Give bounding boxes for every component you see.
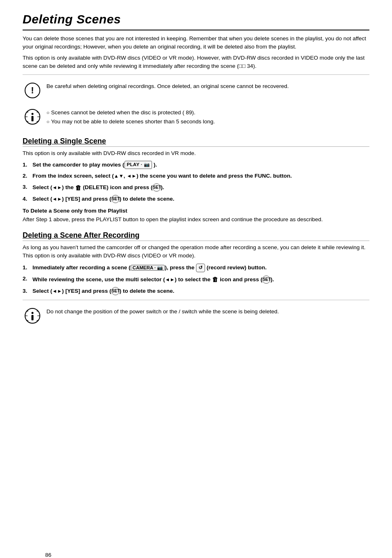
final-info-text: Do not change the position of the power … <box>46 308 279 317</box>
step-2: 2. From the index screen, select (▲▼, ◄►… <box>23 172 369 181</box>
intro-para1: You can delete those scenes that you are… <box>23 35 369 51</box>
svg-rect-13 <box>32 315 34 320</box>
caution-notice: ! Be careful when deleting original reco… <box>23 80 369 101</box>
step-1: 1. Set the camcorder to play movies (PLA… <box>23 161 369 169</box>
section-single-intro: This option is only available with DVD-R… <box>23 149 369 157</box>
svg-point-3 <box>32 113 34 115</box>
caution-icon: ! <box>24 82 41 99</box>
page-number: 86 <box>45 552 51 558</box>
svg-rect-4 <box>32 116 34 121</box>
final-info-icon-wrap <box>23 308 42 324</box>
single-scene-steps: 1. Set the camcorder to play movies (PLA… <box>23 161 369 204</box>
play-badge: PLAY · 📷 <box>125 161 152 169</box>
final-info-icon <box>24 308 41 324</box>
sub-section-title: To Delete a Scene only from the Playlist <box>23 208 369 214</box>
delete-icon: 🗑 <box>75 183 81 192</box>
set-btn-inline2: SET <box>111 195 120 203</box>
info-notice: ○Scenes cannot be deleted when the disc … <box>23 106 369 130</box>
camera-badge: CAMERA · 📷 <box>131 265 165 271</box>
svg-point-12 <box>32 312 34 314</box>
record-review-btn: ↺ <box>196 264 205 273</box>
caution-icon-wrap: ! <box>23 82 42 99</box>
section-after-title: Deleting a Scene After Recording <box>23 231 369 241</box>
svg-text:!: ! <box>31 85 34 95</box>
step-3: 3. Select (◄►) the 🗑 (DELETE) icon and p… <box>23 183 369 192</box>
section-after-intro: As long as you haven't turned the camcor… <box>23 243 369 260</box>
step-after-1: 1. Immediately after recording a scene (… <box>23 264 369 273</box>
after-recording-steps: 1. Immediately after recording a scene (… <box>23 264 369 296</box>
info-icon <box>24 109 41 125</box>
info-icon-wrap <box>23 109 42 125</box>
step-4: 4. Select (◄►) [YES] and press (SET) to … <box>23 195 369 204</box>
intro-para2: This option is only available with DVD-R… <box>23 54 369 71</box>
sub-section-text: After Step 1 above, press the PLAYLIST b… <box>23 215 369 224</box>
set-btn-inline4: SET <box>111 287 120 295</box>
final-info-notice: Do not change the position of the power … <box>23 305 369 326</box>
delete-icon2: 🗑 <box>212 275 218 284</box>
set-btn-inline: SET <box>152 183 161 192</box>
caution-text: Be careful when deleting original record… <box>46 82 289 91</box>
step-after-2: 2. While reviewing the scene, use the mu… <box>23 275 369 284</box>
page-title: Deleting Scenes <box>23 12 369 26</box>
separator2 <box>23 300 369 300</box>
separator1 <box>23 74 369 75</box>
info-notice-text: ○Scenes cannot be deleted when the disc … <box>46 109 215 127</box>
set-btn-inline3: SET <box>262 276 270 284</box>
section-single-title: Deleting a Single Scene <box>23 137 369 147</box>
step-after-3: 3. Select (◄►) [YES] and press (SET) to … <box>23 287 369 296</box>
title-divider <box>23 30 369 30</box>
